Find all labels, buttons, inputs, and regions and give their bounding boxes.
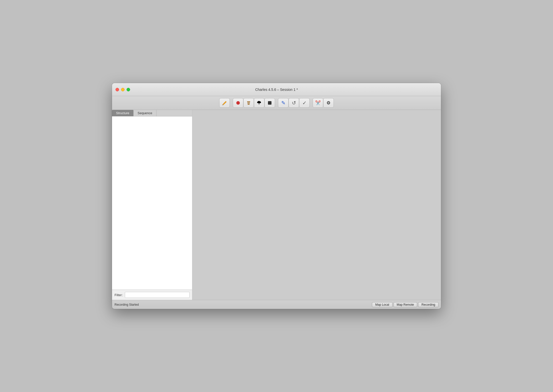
main-content: Structure Sequence Filter: <box>112 110 441 300</box>
close-button[interactable] <box>116 88 119 91</box>
statusbar: Recording Started Map Local Map Remote R… <box>112 300 441 309</box>
tools-icon: ✂️ <box>315 100 321 106</box>
tools-button[interactable]: ✂️ <box>313 98 323 108</box>
sidebar: Structure Sequence Filter: <box>112 110 192 300</box>
titlebar: Charles 4.5.6 – Session 1 * <box>112 83 441 96</box>
map-local-button[interactable]: Map Local <box>372 302 392 307</box>
tab-sequence[interactable]: Sequence <box>134 110 157 116</box>
repeat-icon: ↺ <box>292 100 296 106</box>
traffic-lights <box>116 88 130 91</box>
pen-icon <box>222 100 227 106</box>
tab-structure[interactable]: Structure <box>112 110 134 116</box>
filter-bar: Filter: <box>112 290 192 300</box>
maximize-button[interactable] <box>127 88 130 91</box>
filter-label: Filter: <box>115 293 123 297</box>
stop-icon <box>268 101 271 105</box>
detail-area <box>192 110 441 300</box>
sidebar-tabs: Structure Sequence <box>112 110 192 116</box>
throttle-button[interactable] <box>243 98 254 108</box>
tree-area[interactable] <box>112 116 192 290</box>
status-buttons: Map Local Map Remote Recording <box>372 302 438 307</box>
minimize-button[interactable] <box>121 88 125 91</box>
compose-button[interactable]: ✎ <box>278 98 289 108</box>
repeat-button[interactable]: ↺ <box>289 98 299 108</box>
check-icon: ✓ <box>302 100 307 106</box>
record-icon <box>236 101 240 105</box>
recording-button[interactable]: Recording <box>418 302 438 307</box>
pen-tool-button[interactable] <box>219 98 230 108</box>
main-window: Charles 4.5.6 – Session 1 * 🌩 <box>112 83 441 309</box>
compose-icon: ✎ <box>281 100 286 106</box>
settings-icon: ⚙ <box>326 100 330 106</box>
breakpoints-icon: 🌩 <box>257 100 262 106</box>
window-title: Charles 4.5.6 – Session 1 * <box>255 88 298 92</box>
validate-button[interactable]: ✓ <box>299 98 310 108</box>
status-text: Recording Started <box>115 303 139 306</box>
map-remote-button[interactable]: Map Remote <box>394 302 417 307</box>
settings-button[interactable]: ⚙ <box>323 98 334 108</box>
filter-input[interactable] <box>125 292 190 298</box>
throttle-icon <box>247 101 250 105</box>
svg-marker-0 <box>223 101 227 105</box>
record-button[interactable] <box>233 98 243 108</box>
breakpoints-button[interactable]: 🌩 <box>254 98 264 108</box>
stop-button[interactable] <box>264 98 275 108</box>
toolbar: 🌩 ✎ ↺ ✓ ✂️ ⚙ <box>112 96 441 110</box>
